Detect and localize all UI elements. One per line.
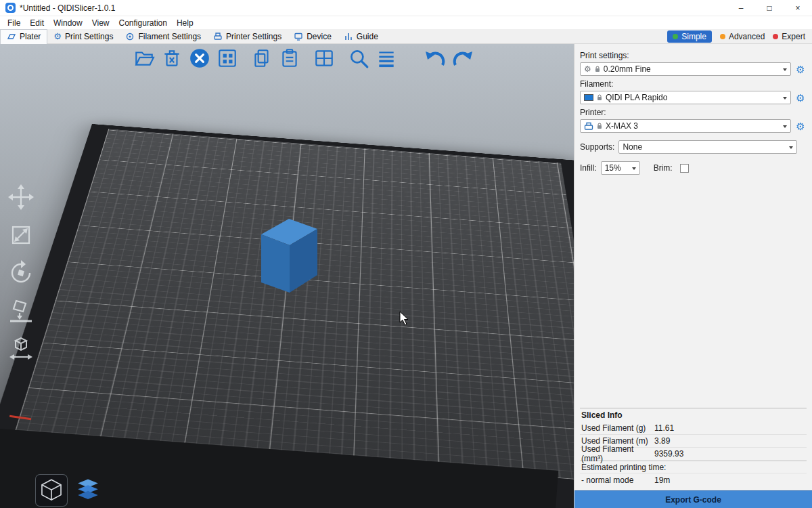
scale-tool-button[interactable] <box>7 221 35 249</box>
place-on-face-tool-icon <box>7 297 35 325</box>
redo-icon <box>451 47 474 70</box>
supports-label: Supports: <box>580 142 614 152</box>
place-on-face-tool-button[interactable] <box>7 297 35 325</box>
export-gcode-button[interactable]: Export G-code <box>574 490 812 508</box>
window-title: *Untitled - QIDISlicer-1.0.1 <box>20 3 115 13</box>
mouse-cursor <box>399 311 410 327</box>
simple-mode-dot-icon <box>673 34 678 39</box>
lock-icon <box>597 123 602 129</box>
device-monitor-icon <box>294 32 303 41</box>
redo-button[interactable] <box>451 47 474 70</box>
filament-combo[interactable]: QIDI PLA Rapido <box>580 91 791 104</box>
plater-icon <box>7 32 16 41</box>
menu-file[interactable]: File <box>3 16 25 29</box>
title-bar: *Untitled - QIDISlicer-1.0.1 – □ × <box>0 0 812 16</box>
settings-panel: Print settings: ⚙ 0.20mm Fine ⚙ Filament… <box>574 44 812 508</box>
preview-view-button[interactable] <box>72 474 104 507</box>
tab-filament-settings[interactable]: Filament Settings <box>119 29 207 44</box>
sliced-info-panel: Sliced Info Used Filament (g) 11.61 Used… <box>580 408 807 486</box>
arrange-button[interactable] <box>216 47 239 70</box>
printer-icon <box>213 32 223 41</box>
delete-trash-icon <box>161 47 183 69</box>
guide-icon <box>344 32 353 41</box>
measure-tool-button[interactable] <box>7 335 35 363</box>
delete-button[interactable] <box>160 47 183 70</box>
preview-layers-icon <box>74 477 102 504</box>
mode-switcher: Simple Advanced Expert <box>667 30 812 43</box>
sliced-info-row: Estimated printing time: <box>580 461 807 473</box>
paste-clipboard-icon <box>279 47 300 69</box>
edit-printer-button[interactable]: ⚙ <box>794 121 807 131</box>
print-settings-combo[interactable]: ⚙ 0.20mm Fine <box>580 62 791 76</box>
edit-filament-button[interactable]: ⚙ <box>794 93 807 103</box>
close-button[interactable]: × <box>784 0 812 16</box>
editor-view-button[interactable] <box>35 474 68 507</box>
mode-simple-button[interactable]: Simple <box>667 30 712 43</box>
tab-bar: Plater ⚙ Print Settings Filament Setting… <box>0 29 812 44</box>
delete-all-button[interactable] <box>188 47 211 70</box>
arrange-icon <box>217 47 238 69</box>
filament-color-swatch <box>584 94 593 101</box>
minimize-button[interactable]: – <box>727 0 755 16</box>
open-file-button[interactable] <box>133 47 156 70</box>
menu-bar: File Edit Window View Configuration Help <box>0 16 812 29</box>
move-tool-icon <box>7 183 35 211</box>
infill-label: Infill: <box>580 163 597 173</box>
printer-icon <box>584 122 593 131</box>
gear-icon: ⚙ <box>53 32 62 41</box>
infill-combo[interactable]: 15% <box>601 161 640 175</box>
delete-all-icon <box>189 47 210 69</box>
expert-mode-dot-icon <box>773 34 778 39</box>
move-tool-button[interactable] <box>7 183 35 211</box>
search-icon <box>348 47 369 69</box>
printer-label: Printer: <box>580 108 807 117</box>
advanced-mode-dot-icon <box>720 34 725 39</box>
3d-editor-view-icon <box>39 478 64 503</box>
edit-print-settings-button[interactable]: ⚙ <box>794 64 807 75</box>
view-mode-switch <box>35 474 104 507</box>
chevron-down-icon <box>783 68 787 73</box>
split-objects-icon <box>313 47 335 69</box>
mode-expert-button[interactable]: Expert <box>773 32 805 41</box>
brim-checkbox[interactable] <box>680 164 689 173</box>
maximize-button[interactable]: □ <box>755 0 784 16</box>
tab-plater[interactable]: Plater <box>0 29 47 44</box>
lock-icon <box>597 94 602 101</box>
3d-viewport[interactable] <box>0 44 574 508</box>
profile-gear-icon: ⚙ <box>584 65 591 73</box>
tab-guide[interactable]: Guide <box>338 29 384 44</box>
menu-help[interactable]: Help <box>172 16 198 29</box>
open-folder-icon <box>133 47 155 69</box>
mode-advanced-button[interactable]: Advanced <box>720 32 765 41</box>
search-button[interactable] <box>347 47 370 70</box>
app-logo-icon <box>5 3 16 13</box>
copy-icon <box>251 47 273 69</box>
model-cube[interactable] <box>257 215 321 297</box>
menu-edit[interactable]: Edit <box>25 16 49 29</box>
variable-layer-height-icon <box>376 47 397 69</box>
tab-printer-settings[interactable]: Printer Settings <box>207 29 288 44</box>
menu-configuration[interactable]: Configuration <box>114 16 172 29</box>
undo-button[interactable] <box>424 47 447 70</box>
chevron-down-icon <box>632 167 636 172</box>
copy-button[interactable] <box>250 47 273 70</box>
filament-label: Filament: <box>580 79 807 89</box>
tab-print-settings[interactable]: ⚙ Print Settings <box>47 29 119 44</box>
scale-tool-icon <box>7 221 35 249</box>
supports-combo[interactable]: None <box>618 140 797 154</box>
measure-tool-icon <box>7 335 35 363</box>
sliced-info-title: Sliced Info <box>581 410 807 420</box>
printer-combo[interactable]: X-MAX 3 <box>580 119 791 133</box>
menu-view[interactable]: View <box>87 16 114 29</box>
plater-toolbar <box>133 47 474 70</box>
variable-layer-height-button[interactable] <box>375 47 398 70</box>
split-to-objects-button[interactable] <box>313 47 336 70</box>
rotate-tool-button[interactable] <box>7 259 35 287</box>
sliced-info-row: Used Filament (mm³) 9359.93 <box>580 448 807 461</box>
gizmo-toolbar <box>7 183 35 363</box>
lock-icon <box>595 66 600 72</box>
menu-window[interactable]: Window <box>49 16 87 29</box>
paste-button[interactable] <box>278 47 301 70</box>
tab-device[interactable]: Device <box>288 29 338 44</box>
chevron-down-icon <box>783 125 787 130</box>
